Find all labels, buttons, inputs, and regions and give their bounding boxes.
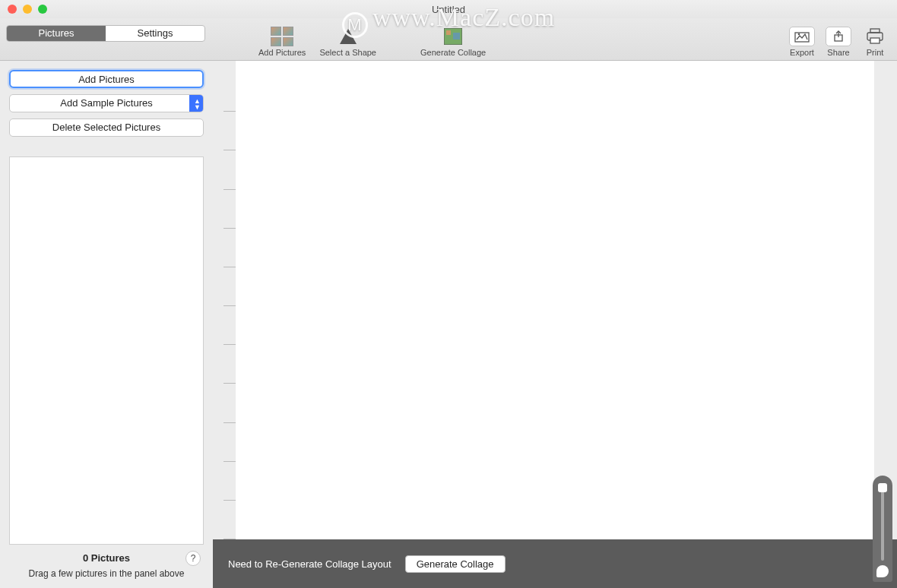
svg-rect-9 [870,38,880,43]
svg-rect-1 [446,30,451,35]
svg-rect-7 [870,29,880,33]
print-icon [862,27,888,46]
chevron-updown-icon: ▲▼ [194,98,201,110]
add-pictures-icon [271,27,293,46]
svg-point-4 [798,33,800,36]
zoom-slider[interactable] [873,476,892,582]
segmented-tabs: Pictures Settings [6,25,205,42]
canvas-area: Need to Re-Generate Collage Layout Gener… [213,61,897,588]
toolbar-share[interactable]: Share [826,27,851,57]
vertical-ruler [223,73,236,539]
sidebar-hint: Drag a few pictures in the panel above [9,568,204,579]
tab-pictures[interactable]: Pictures [7,26,106,41]
export-icon [789,27,815,46]
pictures-count: 0 Pictures [9,552,204,564]
collage-canvas[interactable] [236,61,874,539]
delete-selected-button[interactable]: Delete Selected Pictures [9,119,204,137]
pictures-panel[interactable] [9,156,204,545]
toolbar-generate-collage[interactable]: Generate Collage [420,27,486,57]
titlebar: Untitled [0,0,897,18]
tab-settings[interactable]: Settings [106,26,204,41]
toolbar-export[interactable]: Export [789,27,815,57]
shape-triangle-icon [337,27,360,46]
add-pictures-button[interactable]: Add Pictures [9,70,204,88]
toolbar-add-pictures[interactable]: Add Pictures [258,27,306,57]
sidebar-footer: ? 0 Pictures Drag a few pictures in the … [9,552,204,579]
zoom-fit-icon[interactable] [876,565,889,577]
help-button[interactable]: ? [185,551,201,566]
generate-collage-button[interactable]: Generate Collage [405,555,506,573]
status-message: Need to Re-Generate Collage Layout [228,558,391,570]
toolbar-print[interactable]: Print [862,27,888,57]
share-icon [826,27,851,46]
sidebar: Add Pictures Add Sample Pictures ▲▼ Dele… [0,61,213,588]
collage-icon [442,27,464,46]
svg-rect-2 [453,33,460,40]
toolbar-select-shape[interactable]: Select a Shape [319,27,376,57]
add-sample-pictures-dropdown[interactable]: Add Sample Pictures ▲▼ [9,94,204,112]
toolbar: Pictures Settings Add Pictures Select a … [0,18,897,61]
window-title: Untitled [0,4,897,15]
zoom-thumb[interactable] [878,483,887,492]
bottom-bar: Need to Re-Generate Collage Layout Gener… [213,539,897,588]
zoom-track[interactable] [881,483,884,561]
